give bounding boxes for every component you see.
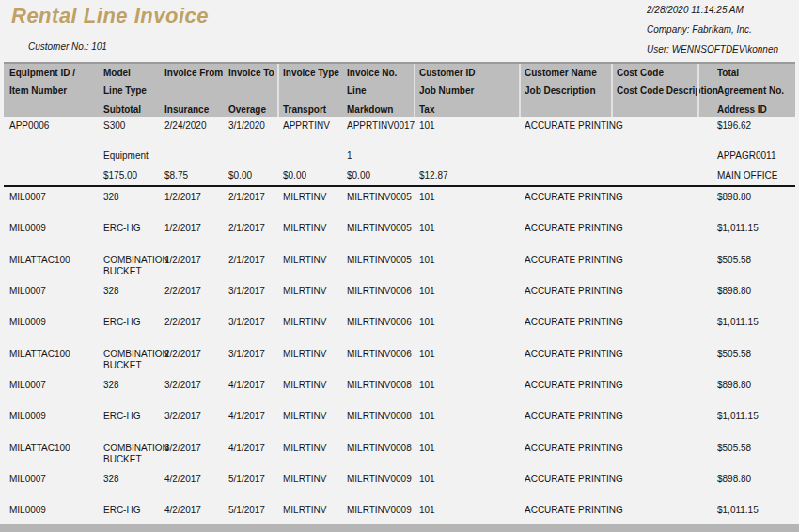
table-row: MILATTAC100COMBINATION BUCKET3/2/20174/1…	[4, 439, 795, 470]
header-column-separator	[277, 64, 279, 117]
cell-model: COMBINATION BUCKET	[98, 251, 159, 282]
header-cell-invoice-type: Invoice Type	[277, 64, 341, 82]
cell-invoice-type: MILRTINV	[277, 470, 341, 501]
cell-invoice-no: $0.00	[341, 166, 414, 185]
cell-invoice-from: 1/2/2017	[159, 219, 223, 250]
table-header-row: Item NumberLine TypeLineJob NumberJob De…	[4, 82, 795, 100]
cell-invoice-from: 2/2/2017	[159, 345, 223, 376]
cell-invoice-no: MILRTINV0008	[341, 407, 414, 438]
header-cell-invoice-from	[159, 82, 223, 100]
cell-invoice-from: 3/2/2017	[159, 407, 223, 438]
cell-invoice-to	[223, 147, 277, 166]
cell-model: 328	[98, 376, 159, 407]
header-cell-cost-code: Cost Code Description	[611, 82, 712, 100]
cell-total: $1,011.15	[712, 313, 795, 344]
cell-invoice-no: MILRTINV0005	[341, 188, 414, 219]
table-row: MILATTAC100COMBINATION BUCKET1/2/20172/1…	[4, 251, 795, 282]
cell-model: 328	[98, 470, 159, 501]
cell-equipment-id: APP0006	[4, 117, 98, 147]
first-block-row: Equipment1APPAGR0011	[4, 147, 795, 166]
cell-invoice-to: 2/1/2017	[223, 188, 277, 219]
cell-customer-name: ACCURATE PRINTING	[519, 345, 611, 376]
cell-model: COMBINATION BUCKET	[98, 345, 159, 376]
table-header-row: Equipment ID /ModelInvoice FromInvoice T…	[4, 64, 795, 82]
header-cell-invoice-from: Invoice From	[159, 64, 223, 82]
cell-total: MAIN OFFICE	[712, 166, 795, 185]
cell-total: $196.62	[712, 117, 795, 147]
cell-invoice-from	[159, 147, 223, 166]
cell-invoice-no: APPRTINV0017	[341, 117, 414, 147]
cell-equipment-id	[4, 147, 98, 166]
cell-total: APPAGR0011	[712, 147, 795, 166]
header-cell-invoice-to: Overage	[223, 101, 277, 118]
cell-equipment-id: MILATTAC100	[4, 439, 98, 470]
table-header-row: SubtotalInsuranceOverageTransportMarkdow…	[4, 101, 795, 118]
cell-total: $505.58	[712, 345, 795, 376]
cell-equipment-id: MIL0007	[4, 282, 98, 313]
cell-invoice-type	[277, 147, 341, 166]
cell-customer-name	[519, 147, 611, 166]
cell-cost-code	[611, 166, 712, 185]
cell-invoice-from: 1/2/2017	[159, 251, 223, 282]
cell-invoice-from: 2/2/2017	[159, 313, 223, 344]
cell-invoice-to: 5/1/2017	[223, 470, 277, 501]
header-cell-invoice-type	[277, 82, 341, 100]
header-cell-model: Line Type	[98, 82, 159, 100]
cell-cost-code	[611, 147, 712, 166]
cell-invoice-type: $0.00	[277, 166, 341, 185]
cell-model: ERC-HG	[98, 219, 159, 250]
header-cell-invoice-type: Transport	[277, 101, 341, 118]
cell-model: 328	[98, 188, 159, 219]
table-row: MIL00073284/2/20175/1/2017MILRTINVMILRTI…	[4, 470, 795, 501]
cell-invoice-from: $8.75	[159, 166, 223, 185]
cell-customer-id: 101	[414, 219, 519, 250]
cell-equipment-id	[4, 166, 98, 185]
first-invoice-block: APP0006S3002/24/20203/1/2020APPRTINVAPPR…	[4, 117, 795, 185]
cell-cost-code	[611, 219, 712, 250]
cell-customer-name: ACCURATE PRINTING	[519, 313, 611, 344]
cell-invoice-no: MILRTINV0008	[341, 376, 414, 407]
cell-customer-id: 101	[414, 470, 519, 501]
block-separator-line	[4, 185, 795, 187]
cell-cost-code	[611, 251, 712, 282]
table-row: MIL0009ERC-HG3/2/20174/1/2017MILRTINVMIL…	[4, 407, 795, 438]
cell-invoice-type: MILRTINV	[277, 407, 341, 438]
cell-model: $175.00	[98, 166, 159, 185]
cell-equipment-id: MIL0009	[4, 219, 98, 250]
cell-invoice-to: 4/1/2017	[223, 376, 277, 407]
cell-customer-id: 101	[414, 282, 519, 313]
cell-customer-id: 101	[414, 251, 519, 282]
header-column-separator	[519, 64, 521, 117]
first-block-row: $175.00$8.75$0.00$0.00$0.00$12.87MAIN OF…	[4, 166, 795, 185]
cell-customer-name: ACCURATE PRINTING	[519, 282, 611, 313]
cell-cost-code	[611, 470, 712, 501]
header-cell-model: Subtotal	[98, 101, 159, 118]
header-cell-total: Agreement No.	[712, 82, 795, 100]
cell-customer-name: ACCURATE PRINTING	[519, 251, 611, 282]
cell-customer-id: 101	[414, 407, 519, 438]
table-row: MILATTAC100COMBINATION BUCKET2/2/20173/1…	[4, 345, 795, 376]
table-row: MIL00073282/2/20173/1/2017MILRTINVMILRTI…	[4, 282, 795, 313]
cell-cost-code	[611, 376, 712, 407]
cell-cost-code	[611, 117, 712, 147]
cell-invoice-to: 3/1/2017	[223, 345, 277, 376]
cell-cost-code	[611, 439, 712, 470]
header-cell-invoice-no: Invoice No.	[341, 64, 414, 82]
header-cell-invoice-from: Insurance	[159, 101, 223, 118]
header-cell-equipment-id: Item Number	[4, 82, 98, 100]
cell-invoice-to: 3/1/2017	[223, 313, 277, 344]
header-cell-total: Total	[712, 64, 795, 82]
cell-equipment-id: MIL0007	[4, 376, 98, 407]
cell-invoice-no: MILRTINV0008	[341, 439, 414, 470]
cell-invoice-type: MILRTINV	[277, 345, 341, 376]
cell-total: $898.80	[712, 188, 795, 219]
cell-model: ERC-HG	[98, 313, 159, 344]
cell-cost-code	[611, 313, 712, 344]
cell-cost-code	[611, 345, 712, 376]
header-cell-invoice-to	[223, 82, 277, 100]
cell-invoice-no: MILRTINV0006	[341, 345, 414, 376]
header-column-separator	[697, 64, 699, 117]
cell-model: COMBINATION BUCKET	[98, 439, 159, 470]
report-user: User: WENNSOFTDEV\konnen	[647, 44, 778, 55]
table-row: MIL0009ERC-HG1/2/20172/1/2017MILRTINVMIL…	[4, 219, 795, 250]
